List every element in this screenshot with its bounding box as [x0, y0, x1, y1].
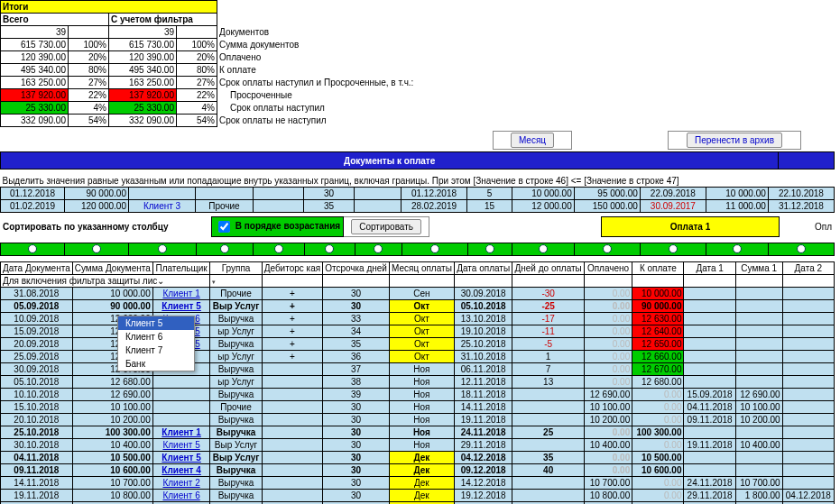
sort-dot[interactable]	[575, 243, 641, 256]
sort-dot[interactable]	[128, 243, 196, 256]
radio-icon	[274, 244, 283, 253]
sort-dot[interactable]	[641, 243, 706, 256]
filter-header: С учетом фильтра	[109, 14, 217, 26]
radio-icon	[603, 244, 612, 253]
archive-button[interactable]: Перенести в архив	[687, 133, 782, 148]
table-row[interactable]: 10.10.201812 690.00Выручка39Ноя18.11.201…	[1, 389, 835, 401]
sort-dot[interactable]	[768, 243, 834, 256]
sort-dot[interactable]	[706, 243, 769, 256]
sort-dot[interactable]	[196, 243, 254, 256]
dropdown-item[interactable]: Клиент 7	[118, 344, 194, 357]
vsego-header: Всего	[1, 14, 109, 26]
oplata1-header: Оплата 1	[602, 217, 780, 237]
sort-dot[interactable]	[304, 243, 355, 256]
sort-dot[interactable]	[402, 243, 467, 256]
table-row[interactable]: 15.10.201810 100.00Прочие30Ноя14.11.2018…	[1, 401, 835, 414]
radio-icon	[797, 244, 806, 253]
totals-table: Итоги Всего С учетом фильтра 39 39 Докум…	[0, 0, 601, 127]
radio-icon	[430, 244, 439, 253]
asc-checkbox[interactable]: В порядке возрастания	[215, 221, 340, 231]
sort-dot[interactable]	[355, 243, 402, 256]
column-headers: Дата Документа Сумма Документа Плательщи…	[1, 262, 835, 275]
radio-icon	[28, 244, 37, 253]
filter-row-1: 01.12.2018 90 000.00 30 01.12.2018 5 10 …	[1, 188, 835, 200]
table-row[interactable]: 30.10.201810 400.00Клиент 5Выр Услуг30Но…	[1, 439, 835, 452]
radio-icon	[733, 244, 742, 253]
radio-icon	[669, 244, 678, 253]
sort-dot[interactable]	[1, 243, 65, 256]
filter-row-2: 01.02.2019 120 000.00 Клиент 3 Прочие 35…	[1, 200, 835, 213]
dropdown-item[interactable]: Клиент 6	[118, 330, 194, 344]
sort-dot[interactable]	[64, 243, 128, 256]
radio-icon	[220, 244, 229, 253]
sort-indicator-row	[0, 243, 835, 256]
sort-button[interactable]: Сортировать	[351, 219, 421, 234]
radio-icon	[539, 244, 548, 253]
radio-icon	[485, 244, 494, 253]
table-row[interactable]: 05.09.201890 000.00Клиент 5Выр Услуг+30О…	[1, 300, 835, 313]
table-row[interactable]: 31.08.201810 000.00Клиент 1Прочие+30Сен3…	[1, 288, 835, 300]
table-row[interactable]: 05.10.201812 680.00ыр Услуг38Ноя12.11.20…	[1, 376, 835, 389]
dropdown-item[interactable]: Банк	[118, 357, 194, 371]
docs-to-pay-banner: Документы к оплате	[1, 152, 779, 170]
table-row[interactable]: 25.10.2018100 300.00Клиент 1Выручка30Ноя…	[1, 426, 835, 439]
filter-description: Выделить значения равные указанным или п…	[1, 175, 835, 188]
radio-icon	[92, 244, 101, 253]
sort-dot[interactable]	[467, 243, 512, 256]
sort-label: Сортировать по указанному столбцу	[0, 217, 212, 237]
itogi-header: Итоги	[1, 1, 217, 14]
radio-icon	[325, 244, 334, 253]
sort-dot[interactable]	[512, 243, 575, 256]
filter-arrow-icon[interactable]: ▾	[212, 279, 216, 285]
payer-dropdown[interactable]: Клиент 5Клиент 6Клиент 7Банк	[117, 316, 195, 371]
table-row[interactable]: 14.11.201810 700.00Клиент 2Выручка30Дек1…	[1, 477, 835, 490]
dropdown-item[interactable]: Клиент 5	[118, 316, 194, 330]
protect-note[interactable]: Для включения фильтра защиты лис⌄	[1, 275, 210, 288]
radio-icon	[374, 244, 383, 253]
dot-row	[1, 243, 835, 256]
table-row[interactable]: 04.11.201810 500.00Клиент 5Выр Услуг30Де…	[1, 452, 835, 464]
month-button[interactable]: Месяц	[511, 133, 554, 148]
table-row[interactable]: 19.11.201810 800.00Клиент 6Выручка30Дек1…	[1, 490, 835, 502]
table-row[interactable]: 20.10.201810 200.00Выручка30Ноя19.11.201…	[1, 414, 835, 426]
radio-icon	[158, 244, 167, 253]
table-row[interactable]: 09.11.201810 600.00Клиент 4Выручка30Дек0…	[1, 464, 835, 477]
sort-dot[interactable]	[254, 243, 304, 256]
